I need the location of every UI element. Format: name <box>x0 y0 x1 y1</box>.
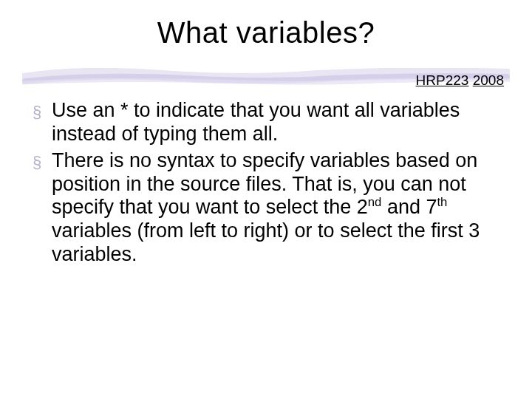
course-label: HRP223 2008 <box>416 72 504 89</box>
bullet-item: § There is no syntax to specify variable… <box>33 149 505 267</box>
body-text: § Use an * to indicate that you want all… <box>33 99 505 270</box>
bullet-text: Use an * to indicate that you want all v… <box>52 99 505 146</box>
bullet-marker-icon: § <box>33 99 52 123</box>
bullet-item: § Use an * to indicate that you want all… <box>33 99 505 146</box>
slide-title: What variables? <box>0 16 532 50</box>
course-code: HRP223 <box>416 72 469 88</box>
slide: What variables? HRP223 2008 § Use an * t… <box>0 0 532 399</box>
bullet-text: There is no syntax to specify variables … <box>52 149 505 267</box>
bullet-marker-icon: § <box>33 149 52 174</box>
course-year: 2008 <box>473 72 504 88</box>
